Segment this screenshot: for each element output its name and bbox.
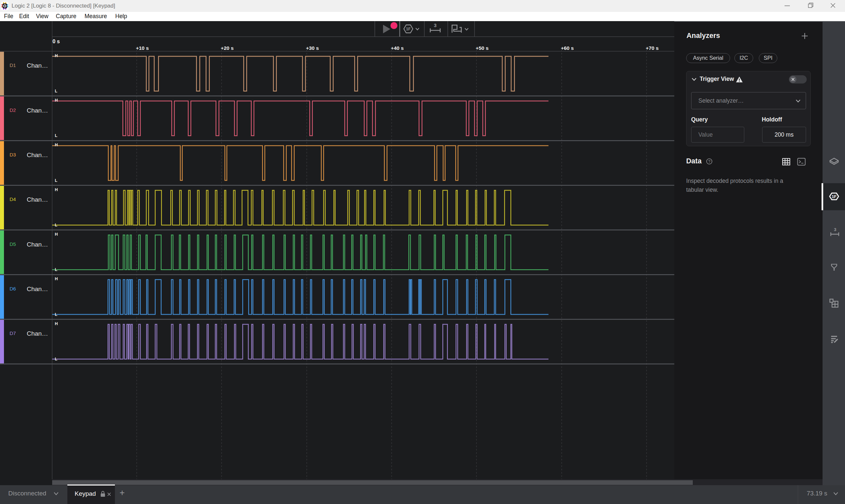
svg-text:L: L <box>55 89 57 93</box>
svg-text:D7: D7 <box>10 330 16 336</box>
svg-text:H: H <box>55 53 58 58</box>
svg-text:?: ? <box>708 159 710 164</box>
svg-text:L: L <box>55 312 57 317</box>
svg-text:D5: D5 <box>10 241 16 247</box>
svg-text:H: H <box>55 322 58 326</box>
svg-text:H: H <box>55 232 58 237</box>
svg-text:+40 s: +40 s <box>391 45 404 51</box>
svg-text:L: L <box>55 357 57 361</box>
svg-text:Chan…: Chan… <box>27 62 48 69</box>
svg-text:D2: D2 <box>10 107 16 113</box>
svg-text:H: H <box>55 98 58 103</box>
svg-text:Chan…: Chan… <box>27 107 48 114</box>
svg-text:D6: D6 <box>10 286 16 291</box>
svg-text:D1: D1 <box>10 62 16 68</box>
svg-text:Chan…: Chan… <box>27 286 48 292</box>
svg-text:D4: D4 <box>10 196 16 202</box>
svg-text:Chan…: Chan… <box>27 241 48 248</box>
svg-text:+30 s: +30 s <box>306 45 319 51</box>
svg-text:+10 s: +10 s <box>136 45 148 51</box>
svg-text:D3: D3 <box>10 152 16 158</box>
svg-text:3: 3 <box>834 227 836 232</box>
svg-text:Chan…: Chan… <box>27 151 48 158</box>
svg-text:1F: 1F <box>406 27 410 31</box>
svg-text:+50 s: +50 s <box>475 45 488 51</box>
svg-text:H: H <box>55 187 58 192</box>
svg-text:+20 s: +20 s <box>221 45 233 51</box>
svg-text:L: L <box>55 223 57 228</box>
svg-text:Chan…: Chan… <box>27 330 48 337</box>
svg-text:H: H <box>55 276 58 281</box>
svg-text:3: 3 <box>434 22 437 28</box>
svg-text:Chan…: Chan… <box>27 196 48 203</box>
svg-text:H: H <box>55 143 58 147</box>
svg-text:L: L <box>55 267 57 272</box>
svg-text:L: L <box>55 178 57 183</box>
svg-text:0 s: 0 s <box>53 39 60 44</box>
svg-text:1F: 1F <box>832 194 837 199</box>
svg-text:+60 s: +60 s <box>561 45 574 51</box>
svg-text:+70 s: +70 s <box>646 45 658 51</box>
svg-text:L: L <box>55 133 57 138</box>
